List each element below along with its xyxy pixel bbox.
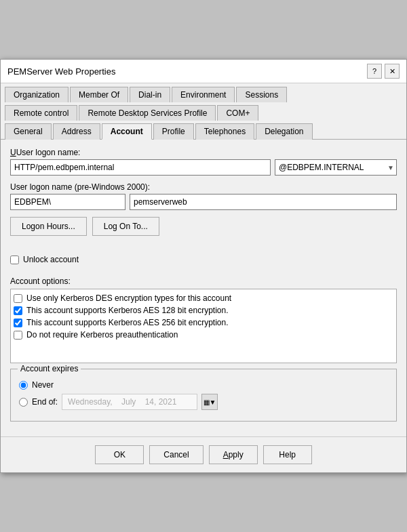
never-radio-row: Never — [19, 380, 388, 390]
logon-name-row: @EDBPEM.INTERNAL ▼ — [10, 159, 397, 176]
option-label-0: Use only Kerberos DES encryption types f… — [26, 293, 231, 303]
pre2000-label: User logon name (pre-Windows 2000): — [10, 182, 397, 192]
end-of-radio-row: End of: ▦ ▼ — [19, 394, 388, 410]
domain-select-wrapper: @EDBPEM.INTERNAL ▼ — [275, 159, 397, 176]
never-label: Never — [32, 380, 54, 390]
help-dialog-button[interactable]: Help — [263, 445, 312, 464]
option-checkbox-1[interactable] — [14, 306, 22, 315]
log-on-to-button[interactable]: Log On To... — [92, 217, 159, 236]
ok-button[interactable]: OK — [95, 445, 144, 464]
cancel-button[interactable]: Cancel — [149, 445, 203, 464]
tab-remote-desktop[interactable]: Remote Desktop Services Profile — [79, 105, 216, 121]
pre2000-group: User logon name (pre-Windows 2000): — [10, 182, 397, 210]
close-button[interactable]: ✕ — [385, 64, 400, 79]
tabs-row-2: Remote controlRemote Desktop Services Pr… — [1, 102, 406, 120]
tab-account[interactable]: Account — [102, 123, 152, 140]
domain-select[interactable]: @EDBPEM.INTERNAL — [275, 159, 397, 176]
logon-name-group: UUser logon name: @EDBPEM.INTERNAL ▼ — [10, 148, 397, 176]
unlock-account-checkbox[interactable] — [10, 255, 19, 264]
main-window: PEMServer Web Properties ? ✕ Organizatio… — [0, 59, 407, 473]
list-item: This account supports Kerberos AES 128 b… — [14, 304, 393, 316]
logon-hours-button[interactable]: Logon Hours... — [10, 217, 87, 236]
tabs-container: OrganizationMember OfDial-inEnvironmentS… — [1, 83, 406, 140]
tab-remote-control[interactable]: Remote control — [5, 105, 77, 121]
help-button[interactable]: ? — [367, 64, 382, 79]
logon-buttons-row: Logon Hours... Log On To... — [10, 217, 397, 236]
content-area: UUser logon name: @EDBPEM.INTERNAL ▼ Use… — [1, 140, 406, 436]
calendar-icon: ▦ — [204, 398, 210, 406]
tabs-row-1: OrganizationMember OfDial-inEnvironmentS… — [1, 83, 406, 102]
tabs-row-3: GeneralAddressAccountProfileTelephonesDe… — [1, 120, 406, 139]
tab-environment[interactable]: Environment — [172, 87, 235, 102]
option-label-2: This account supports Kerberos AES 256 b… — [26, 318, 229, 327]
tab-sessions[interactable]: Sessions — [236, 87, 287, 102]
tab-address[interactable]: Address — [53, 123, 100, 140]
dropdown-arrow-icon: ▼ — [210, 398, 216, 406]
end-of-label: End of: — [32, 397, 58, 407]
end-of-radio[interactable] — [19, 398, 28, 407]
option-checkbox-3[interactable] — [14, 331, 22, 340]
tab-telephones[interactable]: Telephones — [195, 123, 254, 140]
apply-button[interactable]: Apply — [209, 445, 258, 464]
list-item: Use only Kerberos DES encryption types f… — [14, 292, 393, 304]
tab-general[interactable]: General — [5, 123, 52, 140]
pre2000-suffix-input[interactable] — [130, 194, 397, 210]
account-expires-group: Account expires Never End of: ▦ ▼ — [10, 369, 397, 422]
unlock-account-row: Unlock account — [10, 255, 397, 264]
logon-name-input[interactable] — [10, 159, 271, 176]
option-checkbox-0[interactable] — [14, 294, 22, 303]
expires-legend: Account expires — [18, 364, 81, 373]
tab-member-of[interactable]: Member Of — [70, 87, 128, 102]
title-bar: PEMServer Web Properties ? ✕ — [1, 60, 406, 83]
option-checkbox-2[interactable] — [14, 319, 22, 327]
window-title: PEMServer Web Properties — [7, 66, 115, 77]
bottom-bar: OK Cancel Apply Help — [1, 436, 406, 472]
account-options-list[interactable]: Use only Kerberos DES encryption types f… — [10, 289, 397, 363]
pre2000-row — [10, 194, 397, 210]
tab-profile[interactable]: Profile — [153, 123, 194, 140]
unlock-account-label: Unlock account — [23, 255, 79, 264]
pre2000-prefix-input[interactable] — [10, 194, 125, 210]
list-item: Do not require Kerberos preauthenticatio… — [14, 329, 393, 341]
date-picker-button[interactable]: ▦ ▼ — [201, 394, 218, 410]
list-item: This account supports Kerberos AES 256 b… — [14, 316, 393, 329]
tab-organization[interactable]: Organization — [5, 87, 69, 102]
end-of-date-input[interactable] — [62, 394, 197, 410]
account-options-label: Account options: — [10, 277, 397, 286]
tab-com-plus[interactable]: COM+ — [217, 105, 258, 121]
option-label-3: Do not require Kerberos preauthenticatio… — [26, 330, 178, 340]
tab-delegation[interactable]: Delegation — [256, 123, 312, 140]
option-label-1: This account supports Kerberos AES 128 b… — [26, 306, 229, 315]
never-radio[interactable] — [19, 381, 28, 390]
title-controls: ? ✕ — [367, 64, 400, 79]
logon-name-label: UUser logon name: — [10, 148, 397, 157]
tab-dial-in[interactable]: Dial-in — [130, 87, 170, 102]
